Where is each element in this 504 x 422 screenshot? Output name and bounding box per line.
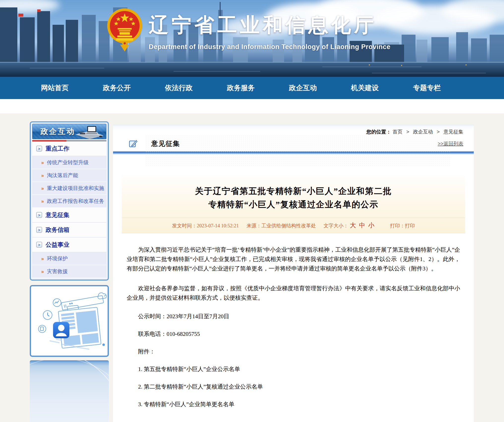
sidebar-group-label: 政务信箱 [46,226,69,234]
sidebar-sub-label: 灾害救援 [47,268,68,275]
section-divider [113,152,474,154]
article-title-line2: 专精特新“小巨人”复核通过企业名单的公示 [208,200,379,209]
page: 辽宁省工业和信息化厅 Department of Industry and In… [0,0,504,422]
sidebar-illustration [30,285,109,357]
sidebar: 政企互动 > [30,113,109,422]
sidebar-group-label: 公益事业 [46,241,69,249]
sidebar-item-industry-upgrade[interactable]: » 传统产业转型升级 [32,156,106,169]
publish-time: 2023-07-14 10:52:21 [197,223,239,228]
spacer [0,99,504,113]
sidebar-sub-label: 重大建设项目批准和实施 [47,185,104,192]
attachment-link-2[interactable]: 2. 第二批专精特新“小巨人”复核通过企业公示名单 [127,383,460,391]
attachment-label: 附件： [127,348,460,355]
breadcrumb-separator: > [437,129,440,134]
site-subtitle: Department of Industry and Information T… [149,43,390,51]
nav-item-gov-services[interactable]: 政务服务 [227,83,255,93]
sidebar-decoration [30,360,109,422]
main-panel: 您的位置： 首页 > 政企互动 > 意见征集 意见征集 >>返回列表 [113,125,474,422]
double-arrow-icon: » [41,160,44,165]
double-arrow-icon: » [41,198,44,204]
fontsize-large-button[interactable]: 大 [350,222,356,229]
top-navigation: 网站首页 政务公开 依法行政 政务服务 政企互动 机关建设 专题专栏 [0,77,504,99]
national-emblem [106,6,143,53]
nav-item-special[interactable]: 专题专栏 [413,83,441,93]
sidebar-item-opinion-collection[interactable]: > 意见征集 [32,208,106,223]
sidebar-menu: > 重点工作 » 传统产业转型升级 » 淘汰落后产能 » 重大建设项目批准和实施 [32,141,106,278]
article-paragraph: 为深入贯彻习近平总书记关于“培育一批‘专精特新’中小企业”的重要指示精神，工业和… [127,245,460,273]
print-button[interactable]: 打印 [405,223,415,228]
sidebar-title: 政企互动 [40,126,75,137]
source-label: 来源： [246,223,261,228]
site-banner: 辽宁省工业和信息化厅 Department of Industry and In… [0,0,504,77]
sidebar-sub-label: 环境保护 [47,255,68,262]
contact-phone-line: 联系电话：010-68205755 [127,330,460,338]
sidebar-item-major-projects[interactable]: » 重大建设项目批准和实施 [32,182,106,195]
nav-item-gov-enterprise[interactable]: 政企互动 [289,83,317,93]
edit-icon [129,139,137,148]
sidebar-sub-label: 传统产业转型升级 [47,159,89,166]
sidebar-header: 政企互动 [32,124,106,139]
sidebar-item-public-welfare[interactable]: > 公益事业 [32,237,106,252]
breadcrumb: 您的位置： 首页 > 政企互动 > 意见征集 [113,125,474,135]
breadcrumb-gov-enterprise[interactable]: 政企互动 [413,129,433,134]
breadcrumb-label: 您的位置： [366,129,391,134]
chevron-right-icon: > [36,227,42,233]
breadcrumb-opinion[interactable]: 意见征集 [444,129,463,134]
sidebar-sub-label: 政府工作报告和改革任务 [47,198,104,205]
sidebar-item-disaster-relief[interactable]: » 灾害救援 [32,265,106,278]
print-label: 打印： [390,223,405,228]
laptop-icon [74,126,104,139]
article-title-box: 关于辽宁省第五批专精特新“小巨人”企业和第二批 专精特新“小巨人”复核通过企业名… [122,175,465,233]
publish-time-label: 发文时间： [172,223,197,228]
double-arrow-icon: » [41,185,44,191]
article-meta: 发文时间：2023-07-14 10:52:21 来源：工业供给侧结构性改革处 … [122,218,465,233]
sidebar-item-gov-mailbox[interactable]: > 政务信箱 [32,223,106,237]
browser-illustration-image [32,287,107,355]
attachment-link-1[interactable]: 1. 第五批专精特新“小巨人”企业公示名单 [127,365,460,373]
sidebar-item-environment[interactable]: » 环境保护 [32,252,106,265]
back-to-list-link[interactable]: >>返回列表 [438,140,463,147]
sidebar-item-phase-out[interactable]: » 淘汰落后产能 [32,169,106,182]
site-title: 辽宁省工业和信息化厅 [149,12,390,39]
fontsize-medium-button[interactable]: 中 [359,222,365,229]
nav-item-gov-info[interactable]: 政务公开 [103,83,131,93]
double-arrow-icon: » [41,269,44,274]
double-arrow-icon: » [41,256,44,262]
fontsize-small-button[interactable]: 小 [368,222,374,229]
breadcrumb-separator: > [406,129,409,134]
sidebar-sub-label: 淘汰落后产能 [47,172,78,179]
double-arrow-icon: » [41,173,44,178]
breadcrumb-home[interactable]: 首页 [392,129,402,134]
article-title-line1: 关于辽宁省第五批专精特新“小巨人”企业和第二批 [195,186,392,196]
attachment-link-3[interactable]: 3. 专精特新“小巨人”企业简单更名名单 [127,400,460,408]
chevron-right-icon: > [36,242,42,248]
nav-item-agency[interactable]: 机关建设 [351,83,379,93]
article-paragraph: 欢迎社会各界参与监督，如有异议，按照《优质中小企业梯度培育管理暂行办法》中有关要… [127,284,460,303]
chevron-right-icon: > [36,212,42,218]
article-title: 关于辽宁省第五批专精特新“小巨人”企业和第二批 专精特新“小巨人”复核通过企业名… [122,175,465,211]
chevron-right-icon: > [36,146,42,152]
section-title: 意见征集 [151,139,180,148]
nav-item-law-admin[interactable]: 依法行政 [165,83,193,93]
sidebar-item-key-work[interactable]: > 重点工作 [32,141,106,156]
fontsize-label: 文字大小： [324,223,348,228]
sidebar-group-label: 重点工作 [46,145,69,153]
public-time-line: 公示时间：2023年7月14日至7月20日 [127,313,460,320]
sidebar-item-gov-report[interactable]: » 政府工作报告和改革任务 [32,195,106,208]
article: 关于辽宁省第五批专精特新“小巨人”企业和第二批 专精特新“小巨人”复核通过企业名… [113,175,474,422]
sidebar-underline [32,140,106,141]
sidebar-group-label: 意见征集 [46,211,69,219]
nav-item-home[interactable]: 网站首页 [41,83,69,93]
source-value: 工业供给侧结构性改革处 [261,223,316,228]
